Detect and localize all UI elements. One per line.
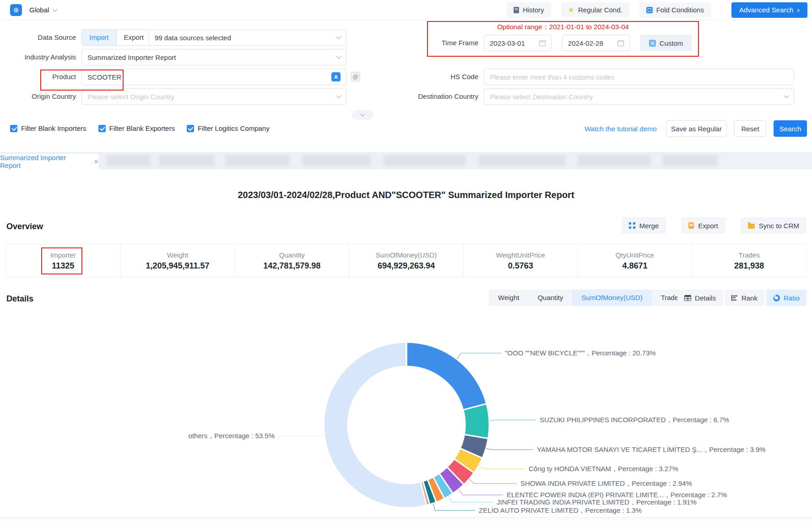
end-date-input[interactable]: 2024-02-28: [562, 35, 630, 51]
chevron-down-icon: [336, 54, 341, 59]
checkbox-label: Filter Blank Importers: [21, 124, 87, 132]
pie-slice-label: ZELIO AUTO PRIVATE LIMITED，Percentage : …: [479, 506, 642, 514]
overview-stats-card: Importer11325Weight1,205,945,911.57Quant…: [5, 244, 807, 278]
filter-checkbox[interactable]: Filter Logitics Company: [187, 124, 270, 132]
history-label: History: [523, 6, 544, 14]
product-value: SCOOTER: [87, 73, 328, 81]
pie-slice[interactable]: [463, 404, 489, 439]
fuzzy-search-icon[interactable]: @: [351, 72, 360, 81]
industry-analysis-value: Summarized Importer Report: [87, 54, 333, 61]
industry-analysis-select[interactable]: Summarized Importer Report: [81, 49, 346, 65]
industry-analysis-label: Industry Analysis: [0, 49, 76, 65]
stat-sumofmoney-usd-: SumOfMoney(USD)694,929,263.94: [349, 244, 463, 277]
stat-value: 142,781,579.98: [263, 261, 320, 271]
reset-button[interactable]: Reset: [734, 120, 766, 137]
ratio-donut-chart[interactable]: "OOO ""NEW BICYCLE"""，Percentage : 20.73…: [0, 304, 812, 521]
sync-to-crm-label: Sync to CRM: [759, 222, 799, 230]
product-input[interactable]: SCOOTER A: [81, 69, 346, 85]
fold-icon: [646, 7, 653, 13]
merge-label: Merge: [639, 222, 659, 230]
checkbox-checked-icon[interactable]: [10, 125, 17, 132]
time-frame-label: Time Frame: [402, 35, 478, 51]
hs-code-label: HS Code: [402, 69, 478, 85]
merge-icon: [629, 222, 635, 229]
pie-slice-label: others，Percentage : 53.5%: [189, 432, 275, 440]
label-leader-line: [469, 479, 517, 483]
topbar-divider: [721, 5, 721, 16]
redacted-block: [106, 155, 150, 166]
stat-quantity: Quantity142,781,579.98: [234, 244, 349, 277]
regular-cond-label: Regular Cond.: [578, 6, 623, 14]
stat-value: 1,205,945,911.57: [146, 261, 209, 271]
section-divider: [0, 517, 812, 521]
stat-trades: Trades281,938: [692, 244, 806, 277]
redacted-block: [225, 155, 289, 166]
tab-title: Summarized Importer Report: [0, 154, 88, 169]
details-heading: Details: [6, 294, 33, 304]
checkbox-checked-icon[interactable]: [187, 125, 194, 132]
chevron-right-icon: ›: [797, 6, 800, 14]
start-date-input[interactable]: 2023-03-01: [484, 35, 552, 51]
hs-code-input[interactable]: Please enter more than 4 customs codes: [484, 69, 794, 85]
stat-qtyunitprice: QtyUnitPrice4.8671: [578, 244, 692, 277]
redacted-block: [578, 155, 651, 166]
regular-cond-button[interactable]: ★ Regular Cond.: [561, 2, 629, 17]
history-button[interactable]: History: [507, 2, 551, 17]
pie-slice[interactable]: [406, 342, 487, 410]
label-leader-line: [449, 496, 493, 502]
pie-slice-label: JINFEI TRADING INDIA PRIVATE LIMITED，Per…: [497, 498, 697, 506]
stat-label: Importer: [50, 251, 76, 259]
destination-country-placeholder: Please select Destination Country: [490, 93, 781, 101]
data-source-select[interactable]: 99 data sources selected: [149, 29, 346, 46]
sync-to-crm-button[interactable]: Sync to CRM: [741, 217, 807, 234]
region-selector[interactable]: Global: [29, 6, 57, 14]
destination-country-select[interactable]: Please select Destination Country: [484, 88, 794, 105]
hs-code-placeholder: Please enter more than 4 customs codes: [490, 73, 788, 81]
view-tab-label: Ratio: [784, 294, 800, 302]
export-toggle[interactable]: Export: [116, 30, 151, 45]
stat-weightunitprice: WeightUnitPrice0.5763: [463, 244, 578, 277]
label-leader-line: [433, 504, 475, 511]
custom-range-button[interactable]: ⊞ Custom: [640, 35, 692, 51]
pie-slice-label: Công ty HONDA VIETNAM，Percentage : 3.27%: [529, 465, 678, 473]
overview-heading: Overview: [6, 222, 43, 231]
tutorial-link[interactable]: Watch the tutorial demo: [585, 125, 657, 133]
pie-slice-label: "OOO ""NEW BICYCLE"""，Percentage : 20.73…: [505, 349, 656, 357]
stat-value: 281,938: [734, 261, 764, 271]
close-icon[interactable]: ×: [94, 158, 98, 166]
fold-conditions-label: Fold Conditions: [656, 6, 704, 14]
app-logo-icon: ⊕: [10, 4, 22, 16]
tab-summarized-importer-report[interactable]: Summarized Importer Report ×: [0, 154, 98, 169]
import-toggle[interactable]: Import: [82, 30, 116, 45]
advanced-search-label: Advanced Search: [739, 6, 793, 14]
pie-slice-label: SHOWA INDIA PRIVATE LIMITED，Percentage :…: [520, 479, 692, 487]
export-label: Export: [698, 222, 718, 230]
save-as-regular-button[interactable]: Save as Regular: [666, 120, 727, 137]
custom-icon: ⊞: [649, 40, 656, 47]
data-source-label: Data Source: [0, 29, 76, 46]
product-label: Product: [0, 69, 76, 85]
collapse-conditions-button[interactable]: [352, 110, 373, 120]
label-leader-line: [278, 435, 324, 436]
fold-conditions-button[interactable]: Fold Conditions: [639, 2, 711, 17]
checkbox-checked-icon[interactable]: [98, 125, 106, 132]
export-button[interactable]: Export: [681, 217, 725, 234]
origin-country-select[interactable]: Please select Origin Country: [81, 88, 346, 105]
chevron-down-icon: [336, 93, 341, 98]
label-leader-line: [457, 353, 501, 360]
filter-checkbox[interactable]: Filter Blank Importers: [10, 124, 87, 132]
translate-icon[interactable]: A: [331, 72, 341, 81]
stat-label: QtyUnitPrice: [616, 251, 654, 259]
advanced-search-button[interactable]: Advanced Search ›: [731, 2, 807, 18]
stat-weight: Weight1,205,945,911.57: [120, 244, 235, 277]
calendar-icon: [539, 40, 546, 46]
search-button[interactable]: Search: [774, 120, 807, 137]
origin-country-placeholder: Please select Origin Country: [87, 93, 333, 101]
folder-icon: [748, 224, 755, 229]
merge-button[interactable]: Merge: [622, 217, 666, 234]
redacted-block: [159, 155, 214, 166]
filter-checkbox[interactable]: Filter Blank Exporters: [98, 124, 175, 132]
checkbox-label: Filter Logitics Company: [198, 124, 270, 132]
stat-value: 11325: [52, 261, 74, 271]
data-source-value: 99 data sources selected: [155, 34, 333, 42]
